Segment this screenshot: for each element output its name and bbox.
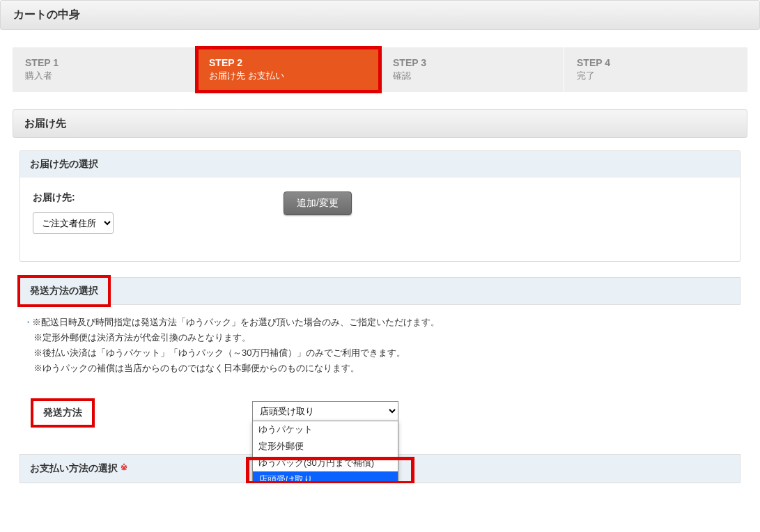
delivery-section-header: お届け先 xyxy=(13,109,747,138)
step-1-label: 購入者 xyxy=(25,70,52,81)
step-4: STEP 4 完了 xyxy=(564,47,747,92)
step-2-active: STEP 2 お届け先 お支払い xyxy=(196,47,380,92)
shipping-option-yupack[interactable]: ゆうパック(30万円まで補償) xyxy=(253,455,398,471)
shipping-option-pickup[interactable]: 店頭受け取り xyxy=(253,471,398,483)
shipping-notes: ・※配送日時及び時間指定は発送方法「ゆうパック」をお選び頂いた場合のみ、ご指定い… xyxy=(33,315,734,376)
page-title-bar: カートの中身 xyxy=(0,0,760,30)
step-1-num: STEP 1 xyxy=(25,57,183,68)
page-title: カートの中身 xyxy=(13,8,80,20)
step-4-label: 完了 xyxy=(577,70,595,81)
delivery-address-label: お届け先: xyxy=(33,191,277,204)
shipping-method-select[interactable]: 店頭受け取り xyxy=(252,401,398,421)
step-2-num: STEP 2 xyxy=(209,57,367,68)
bullet-icon: ・ xyxy=(24,315,32,330)
step-1: STEP 1 購入者 xyxy=(13,47,196,92)
shipping-method-row: 発送方法 店頭受け取り ゆうパケット 定形外郵便 ゆうパック(30万円まで補償)… xyxy=(33,391,734,435)
shipping-note-2: ※定形外郵便は決済方法が代金引換のみとなります。 xyxy=(33,332,251,343)
shipping-method-label: 発送方法 xyxy=(33,401,92,425)
checkout-steps: STEP 1 購入者 STEP 2 お届け先 お支払い STEP 3 確認 ST… xyxy=(13,47,747,92)
shipping-note-4: ※ゆうパックの補償は当店からのものではなく日本郵便からのものになります。 xyxy=(33,363,359,373)
shipping-note-1: ※配送日時及び時間指定は発送方法「ゆうパック」をお選び頂いた場合のみ、ご指定いた… xyxy=(32,317,440,327)
shipping-option-teigai[interactable]: 定形外郵便 xyxy=(253,438,398,455)
shipping-method-dropdown: ゆうパケット 定形外郵便 ゆうパック(30万円まで補償) 店頭受け取り xyxy=(252,421,398,483)
step-4-num: STEP 4 xyxy=(577,57,735,68)
shipping-panel-title: 発送方法の選択 xyxy=(20,278,108,304)
step-2-label: お届け先 お支払い xyxy=(209,70,284,81)
shipping-panel-header-row: 発送方法の選択 xyxy=(20,277,740,305)
step-3: STEP 3 確認 xyxy=(380,47,564,92)
shipping-note-3: ※後払い決済は「ゆうパケット」「ゆうパック（～30万円補償）」のみでご利用できま… xyxy=(33,347,405,358)
add-change-button[interactable]: 追加/変更 xyxy=(284,191,352,215)
required-mark: ※ xyxy=(121,462,127,472)
delivery-section-title: お届け先 xyxy=(24,117,66,129)
delivery-panel: お届け先の選択 お届け先: ご注文者住所 追加/変更 xyxy=(20,150,740,262)
step-3-num: STEP 3 xyxy=(393,57,551,68)
shipping-option-yupacket[interactable]: ゆうパケット xyxy=(253,421,398,438)
delivery-panel-head: お届け先の選択 xyxy=(20,151,740,178)
payment-method-title: お支払い方法の選択 xyxy=(30,462,118,474)
delivery-address-select[interactable]: ご注文者住所 xyxy=(33,212,114,234)
step-3-label: 確認 xyxy=(393,70,411,81)
